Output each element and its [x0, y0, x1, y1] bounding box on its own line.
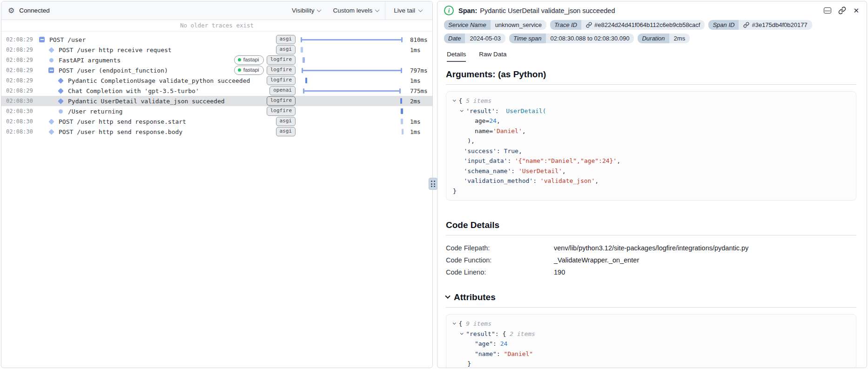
copy-link-icon[interactable]: [838, 7, 846, 14]
duration-bar: [303, 57, 305, 63]
trace-timestamp: 02:08:29: [6, 87, 34, 94]
tag-logfire: logfire: [267, 96, 296, 105]
trace-row[interactable]: 02:08:30/User returninglogfire: [1, 106, 432, 116]
arguments-heading: Arguments: (as Python): [446, 69, 856, 80]
duration-bar: [301, 39, 403, 40]
duration-timeline: [300, 55, 406, 65]
trace-label: Chat Completion with 'gpt-3.5-turbo': [68, 87, 269, 94]
duration-timeline: [300, 75, 406, 86]
collapse-square-icon[interactable]: [39, 37, 45, 42]
expand-caret-icon[interactable]: [460, 106, 466, 116]
badge-duration: Duration2ms: [638, 34, 690, 43]
code-line: { 5 items: [453, 96, 849, 106]
duration-bar: [400, 98, 403, 104]
trace-label: POST /user (endpoint_function): [59, 67, 234, 74]
panel-resize-handle[interactable]: [429, 178, 437, 190]
visibility-label: Visibility: [292, 7, 315, 14]
trace-row[interactable]: 02:08:29POST /user http receive requesta…: [1, 45, 432, 55]
detail-tabs: Details Raw Data: [447, 51, 867, 62]
tag-group: openai: [269, 86, 296, 95]
badge-label: Time span: [509, 34, 546, 43]
attributes-heading: Attributes: [446, 292, 856, 302]
expand-caret-icon[interactable]: [460, 329, 466, 339]
tag-group: asgi: [276, 45, 296, 54]
span-detail-header: i Span: Pydantic UserDetail validate_jso…: [437, 1, 867, 18]
duration-label: 1ms: [406, 77, 432, 84]
badge-label: Service Name: [444, 20, 491, 30]
duration-timeline: [300, 86, 406, 96]
close-icon[interactable]: ✕: [853, 7, 859, 15]
live-tail-dropdown[interactable]: Live tail: [385, 1, 432, 20]
span-kind-label: Span:: [458, 7, 477, 14]
split-view-icon[interactable]: [824, 7, 831, 13]
badge-service-name: Service Nameunknown_service: [444, 20, 546, 30]
badge-value: unknown_service: [491, 20, 546, 30]
settings-gear-icon[interactable]: ⚙: [8, 6, 14, 15]
trace-label: Pydantic CompletionUsage validate_python…: [68, 77, 267, 84]
trace-label: Pydantic UserDetail validate_json succee…: [68, 98, 267, 105]
custom-levels-dropdown[interactable]: Custom levels: [327, 1, 385, 20]
trace-timestamp: 02:08:29: [6, 47, 34, 53]
visibility-dropdown[interactable]: Visibility: [286, 1, 327, 20]
duration-bar: [305, 78, 308, 83]
expand-caret-icon[interactable]: [453, 319, 459, 329]
chevron-down-icon: [317, 7, 322, 12]
detail-content: Arguments: (as Python) { 5 items'result'…: [437, 62, 867, 368]
info-icon: i: [444, 6, 454, 15]
code-line: 'input_data': '{"name":"Daniel","age":24…: [453, 156, 849, 166]
green-dot-icon: [238, 68, 241, 72]
duration-label: 775ms: [406, 87, 432, 94]
trace-row[interactable]: 02:08:29Chat Completion with 'gpt-3.5-tu…: [1, 86, 432, 96]
diamond-icon: [48, 120, 54, 124]
duration-label: 1ms: [406, 128, 432, 135]
badge-label: Duration: [638, 34, 669, 43]
duration-timeline: [300, 127, 406, 137]
trace-timestamp: 02:08:29: [6, 36, 34, 43]
tag-logfire: logfire: [267, 66, 296, 74]
duration-label: 1ms: [406, 118, 432, 125]
link-icon[interactable]: [743, 22, 749, 28]
badge-span-id: Span ID#3e175db4f0b20177: [708, 20, 812, 30]
expand-caret-icon[interactable]: [453, 96, 459, 106]
duration-timeline: [300, 116, 406, 127]
trace-label: POST /user http send response.start: [59, 118, 276, 125]
connection-status: Connected: [19, 7, 49, 14]
tag-group: asgi: [276, 127, 296, 136]
trace-panel: ⚙ Connected Visibility Custom levels Liv…: [1, 1, 433, 368]
code-function-label: Code Function:: [446, 254, 554, 266]
trace-panel-header: ⚙ Connected Visibility Custom levels Liv…: [1, 1, 432, 20]
divider: [446, 84, 856, 85]
duration-bar: [401, 119, 403, 124]
code-line: { 9 items: [453, 319, 849, 329]
collapse-square-icon[interactable]: [48, 67, 54, 73]
trace-row[interactable]: 02:08:29Pydantic CompletionUsage validat…: [1, 75, 432, 86]
duration-timeline: [300, 45, 406, 55]
trace-row[interactable]: 02:08:29FastAPI argumentsfastapilogfire: [1, 55, 432, 65]
badge-value: 02:08:30.088 to 02:08:30.090: [546, 34, 634, 43]
diamond-icon: [57, 79, 64, 83]
trace-label: POST /user http send response.body: [59, 128, 276, 135]
tag-asgi: asgi: [276, 117, 296, 126]
collapse-chevron-icon[interactable]: [446, 295, 450, 299]
code-line: "age": 24: [453, 339, 849, 349]
trace-timestamp: 02:08:30: [6, 128, 34, 135]
tab-details[interactable]: Details: [447, 51, 466, 62]
badge-time-span: Time span02:08:30.088 to 02:08:30.090: [509, 34, 634, 43]
diamond-icon: [48, 130, 54, 134]
trace-row[interactable]: 02:08:30POST /user http send response.st…: [1, 116, 432, 127]
trace-row[interactable]: 02:08:29POST /user (endpoint_function)fa…: [1, 65, 432, 75]
trace-row[interactable]: 02:08:30Pydantic UserDetail validate_jso…: [1, 96, 432, 106]
code-lineno-value: 190: [554, 266, 565, 278]
chevron-down-icon: [375, 7, 380, 12]
tag-group: asgi: [276, 35, 296, 44]
trace-label: /User returning: [68, 108, 267, 115]
trace-row[interactable]: 02:08:30POST /user http send response.bo…: [1, 127, 432, 137]
code-line: }: [453, 186, 849, 196]
trace-timestamp: 02:08:30: [6, 108, 34, 114]
code-line: age=24,: [453, 116, 849, 126]
link-icon[interactable]: [586, 22, 592, 28]
code-filepath-label: Code Filepath:: [446, 242, 554, 254]
tab-raw-data[interactable]: Raw Data: [479, 51, 506, 62]
trace-row[interactable]: 02:08:29POST /userasgi810ms: [1, 34, 432, 45]
duration-label: 810ms: [406, 36, 432, 43]
